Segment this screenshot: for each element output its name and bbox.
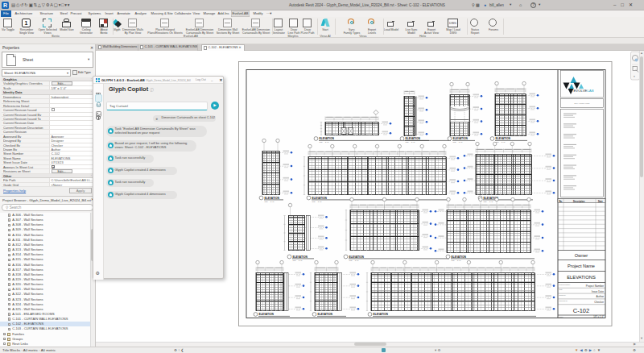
svg-text:1/8" = 1'-0": 1/8" = 1'-0" — [406, 141, 415, 143]
svg-text:ELEVATION: ELEVATION — [374, 313, 389, 316]
svg-text:BIM AUTOMATION: BIM AUTOMATION — [575, 102, 590, 104]
svg-text:1/8" = 1'-0": 1/8" = 1'-0" — [265, 200, 275, 202]
svg-text:EVOLVELAB: EVOLVELAB — [574, 88, 594, 92]
svg-text:1/8" = 1'-0": 1/8" = 1'-0" — [593, 315, 604, 318]
svg-text:Checked by: Checked by — [559, 299, 568, 301]
svg-text:ELEVATION: ELEVATION — [293, 255, 308, 258]
svg-text:Project Name: Project Name — [568, 264, 595, 268]
svg-text:ELEVATION: ELEVATION — [265, 196, 280, 199]
svg-text:1/8" = 1'-0": 1/8" = 1'-0" — [312, 200, 322, 202]
svg-text:1/8" = 1'-0": 1/8" = 1'-0" — [452, 259, 461, 261]
svg-text:1/8" = 1'-0": 1/8" = 1'-0" — [453, 141, 463, 143]
svg-text:Owner: Owner — [575, 253, 588, 258]
svg-text:ELEVATION: ELEVATION — [259, 313, 275, 316]
svg-text:1/8" = 1'-0": 1/8" = 1'-0" — [484, 200, 493, 202]
svg-text:ELEVATION: ELEVATION — [452, 255, 467, 258]
svg-text:▾: ▾ — [634, 74, 635, 77]
svg-text:1/8" = 1'-0": 1/8" = 1'-0" — [374, 317, 383, 319]
svg-text:ELEVATION: ELEVATION — [318, 313, 333, 316]
svg-text:Project number: Project number — [559, 283, 571, 284]
svg-text:ELEVATION: ELEVATION — [312, 196, 328, 199]
svg-text:ELEVATIONS: ELEVATIONS — [567, 274, 596, 279]
svg-text:ELEVATION: ELEVATION — [320, 137, 335, 140]
svg-text:ELEVATION: ELEVATION — [349, 255, 365, 258]
svg-text:No.: No. — [559, 199, 563, 202]
svg-text:Checker: Checker — [594, 301, 605, 304]
svg-text:1/8" = 1'-0": 1/8" = 1'-0" — [496, 141, 506, 143]
svg-text:1/8" = 1'-0": 1/8" = 1'-0" — [349, 259, 359, 261]
svg-text:Date: Date — [598, 199, 603, 202]
svg-text:C-102: C-102 — [573, 306, 589, 314]
svg-text:Author: Author — [597, 295, 605, 298]
svg-text:1/8" = 1'-0": 1/8" = 1'-0" — [293, 259, 303, 261]
svg-text:Scale: Scale — [559, 316, 564, 318]
svg-text:Description: Description — [573, 199, 585, 202]
svg-text:Issue Date: Issue Date — [592, 289, 604, 293]
svg-text:ELEVATION: ELEVATION — [496, 137, 511, 140]
svg-text:1/8" = 1'-0": 1/8" = 1'-0" — [318, 317, 328, 319]
svg-text:ELEVATION: ELEVATION — [406, 137, 421, 140]
svg-text:1/8" = 1'-0": 1/8" = 1'-0" — [320, 141, 329, 143]
svg-text:Drawn by: Drawn by — [559, 294, 566, 296]
svg-text:ELEVATION: ELEVATION — [453, 137, 469, 140]
svg-text:1/8" = 1'-0": 1/8" = 1'-0" — [259, 317, 269, 319]
svg-text:Project Number: Project Number — [586, 284, 605, 287]
